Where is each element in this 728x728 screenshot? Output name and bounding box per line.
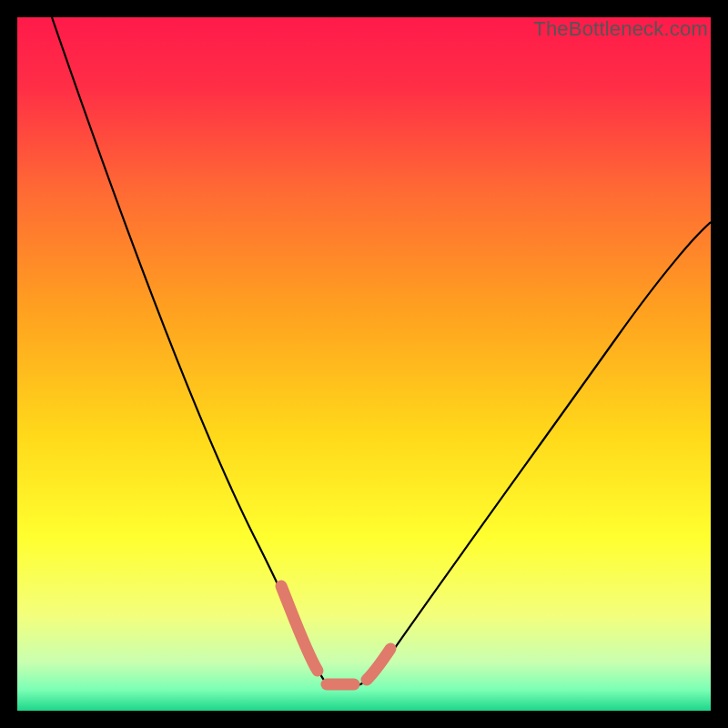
- chart-frame: TheBottleneck.com: [17, 17, 711, 711]
- right-curve: [352, 222, 711, 686]
- dash-left-descent: [281, 586, 318, 671]
- left-curve: [52, 17, 336, 686]
- dash-right-ascent: [367, 649, 390, 680]
- watermark-text: TheBottleneck.com: [533, 17, 708, 41]
- chart-curves: [17, 17, 711, 711]
- bottleneck-dash-overlay: [281, 586, 390, 684]
